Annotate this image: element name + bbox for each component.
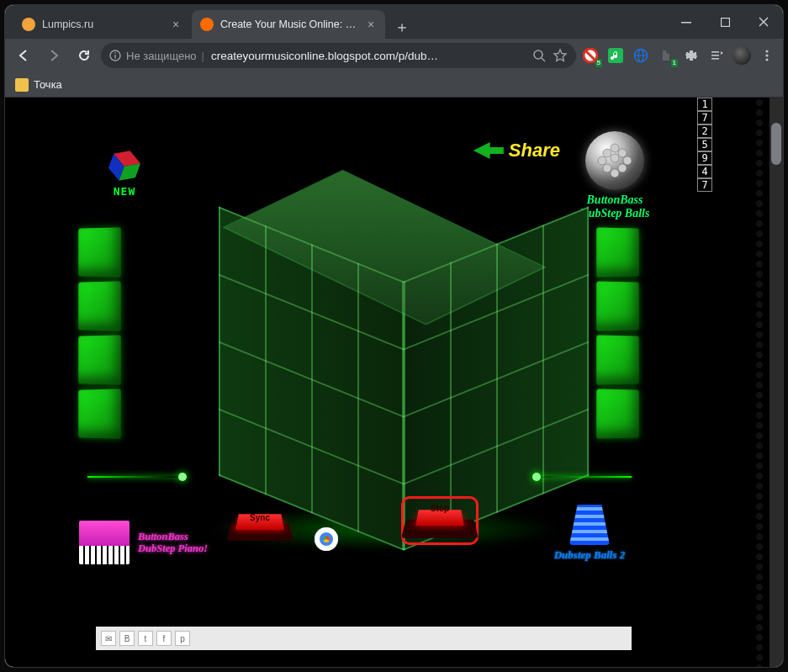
maximize-button[interactable] bbox=[706, 5, 744, 39]
visit-counter: 1 7 2 5 9 4 7 bbox=[697, 98, 712, 192]
extension-music[interactable] bbox=[605, 45, 627, 66]
balls-icon bbox=[585, 131, 644, 190]
back-button[interactable] bbox=[10, 42, 37, 69]
share-label: Share bbox=[509, 140, 560, 161]
viewport: 1 7 2 5 9 4 7 NEW Share bbox=[5, 98, 783, 667]
pillar-cell[interactable] bbox=[596, 227, 638, 277]
tab-createyourmusic[interactable]: Create Your Music Online: Dubst… × bbox=[192, 10, 385, 39]
extensions-button[interactable] bbox=[680, 45, 702, 66]
svg-point-27 bbox=[611, 154, 619, 162]
extension-adblock[interactable] bbox=[579, 45, 601, 66]
dubstep-piano-link[interactable]: ButtonBass DubStep Piano! bbox=[79, 521, 230, 564]
svg-point-5 bbox=[534, 50, 542, 59]
browser-window: Lumpics.ru × Create Your Music Online: D… bbox=[5, 5, 783, 667]
decorative-bubbles bbox=[751, 98, 768, 667]
pillar-cell[interactable] bbox=[78, 281, 120, 331]
piano-label: ButtonBass DubStep Piano! bbox=[138, 531, 208, 555]
twitter-share-icon[interactable]: t bbox=[138, 631, 153, 646]
reading-list-icon[interactable] bbox=[706, 45, 727, 66]
counter-digit: 7 bbox=[697, 111, 712, 124]
tab-lumpics[interactable]: Lumpics.ru × bbox=[13, 10, 190, 39]
stop-button[interactable]: Stop bbox=[401, 496, 479, 545]
toolbar: Не защищено | createyourmusiconline.blog… bbox=[5, 39, 783, 72]
reload-button[interactable] bbox=[71, 42, 98, 69]
sync-button[interactable]: Sync bbox=[229, 508, 291, 545]
svg-rect-16 bbox=[711, 58, 719, 60]
counter-digit: 7 bbox=[697, 178, 712, 192]
pillar-cell[interactable] bbox=[78, 335, 120, 384]
svg-point-19 bbox=[765, 58, 768, 61]
favicon bbox=[22, 18, 35, 31]
stop-label: Stop bbox=[404, 499, 476, 542]
laser-right bbox=[539, 476, 632, 478]
extension-globe[interactable] bbox=[630, 45, 652, 66]
blog-share-icon[interactable]: B bbox=[119, 631, 135, 646]
profile-avatar[interactable] bbox=[731, 45, 753, 66]
minimize-button[interactable] bbox=[667, 5, 706, 39]
share-button[interactable]: Share bbox=[473, 140, 560, 161]
dubstep-cube[interactable] bbox=[204, 163, 565, 525]
url-text: createyourmusiconline.blogspot.com/p/dub… bbox=[211, 50, 526, 62]
dubstep-balls2-link[interactable]: Dubstep Balls 2 bbox=[531, 505, 648, 562]
close-button[interactable] bbox=[744, 5, 783, 39]
svg-point-29 bbox=[603, 164, 611, 172]
svg-rect-3 bbox=[114, 55, 115, 59]
info-icon bbox=[109, 50, 121, 61]
insecure-label: Не защищено bbox=[126, 50, 197, 62]
svg-rect-4 bbox=[114, 52, 115, 53]
star-icon[interactable] bbox=[553, 48, 568, 63]
extension-downloads[interactable] bbox=[655, 45, 677, 66]
counter-digit: 4 bbox=[697, 165, 712, 178]
laser-dot bbox=[178, 473, 187, 481]
bookmark-tochka[interactable]: Точка bbox=[15, 78, 62, 92]
flash-app: 1 7 2 5 9 4 7 NEW Share bbox=[19, 98, 749, 659]
left-pillar[interactable] bbox=[77, 228, 121, 438]
close-icon[interactable]: × bbox=[170, 19, 182, 30]
pillar-cell[interactable] bbox=[596, 281, 638, 331]
svg-point-18 bbox=[765, 54, 768, 56]
security-indicator[interactable]: Не защищено | bbox=[109, 50, 204, 62]
bookmarks-bar: Точка bbox=[5, 72, 783, 98]
cube-body[interactable] bbox=[204, 163, 565, 525]
titlebar: Lumpics.ru × Create Your Music Online: D… bbox=[5, 5, 783, 39]
scroll-thumb[interactable] bbox=[771, 123, 781, 165]
pillar-cell[interactable] bbox=[596, 389, 638, 438]
pillar-cell[interactable] bbox=[78, 389, 120, 438]
tabstrip: Lumpics.ru × Create Your Music Online: D… bbox=[5, 5, 667, 39]
blog-share-bar: ✉ B t f p bbox=[96, 627, 632, 650]
counter-digit: 5 bbox=[697, 138, 712, 151]
window-controls bbox=[667, 5, 783, 39]
menu-button[interactable] bbox=[756, 45, 778, 66]
svg-point-31 bbox=[611, 169, 619, 177]
page-content: 1 7 2 5 9 4 7 NEW Share bbox=[5, 98, 783, 667]
counter-digit: 1 bbox=[697, 98, 712, 111]
svg-rect-1 bbox=[721, 18, 729, 26]
forward-button[interactable] bbox=[40, 42, 67, 69]
svg-point-23 bbox=[611, 144, 619, 152]
new-badge[interactable]: NEW bbox=[107, 148, 142, 198]
chrome-icon[interactable] bbox=[315, 527, 338, 551]
svg-point-24 bbox=[603, 149, 611, 157]
omnibox[interactable]: Не защищено | createyourmusiconline.blog… bbox=[101, 43, 576, 68]
favicon bbox=[200, 18, 214, 31]
close-icon[interactable]: × bbox=[365, 19, 377, 30]
svg-rect-0 bbox=[681, 22, 691, 24]
tab-title: Create Your Music Online: Dubst… bbox=[220, 19, 358, 30]
right-pillar[interactable] bbox=[596, 228, 640, 438]
facebook-share-icon[interactable]: f bbox=[156, 631, 172, 646]
laser-dot bbox=[532, 473, 541, 481]
bookmark-label: Точка bbox=[34, 78, 62, 91]
new-tab-button[interactable]: ＋ bbox=[390, 15, 414, 39]
vertical-scrollbar[interactable] bbox=[769, 98, 783, 667]
new-cube-icon bbox=[102, 143, 147, 188]
search-icon[interactable] bbox=[532, 49, 546, 62]
pillar-cell[interactable] bbox=[596, 335, 638, 384]
pillar-cell[interactable] bbox=[78, 227, 120, 277]
pinterest-share-icon[interactable]: p bbox=[175, 631, 190, 646]
dubstep-balls-link[interactable]: ButtonBass DubStep Balls bbox=[564, 131, 665, 220]
tab-title: Lumpics.ru bbox=[42, 19, 163, 30]
arrow-left-icon bbox=[473, 142, 504, 159]
email-share-icon[interactable]: ✉ bbox=[101, 631, 116, 646]
svg-point-26 bbox=[598, 156, 606, 165]
svg-point-30 bbox=[618, 164, 627, 172]
